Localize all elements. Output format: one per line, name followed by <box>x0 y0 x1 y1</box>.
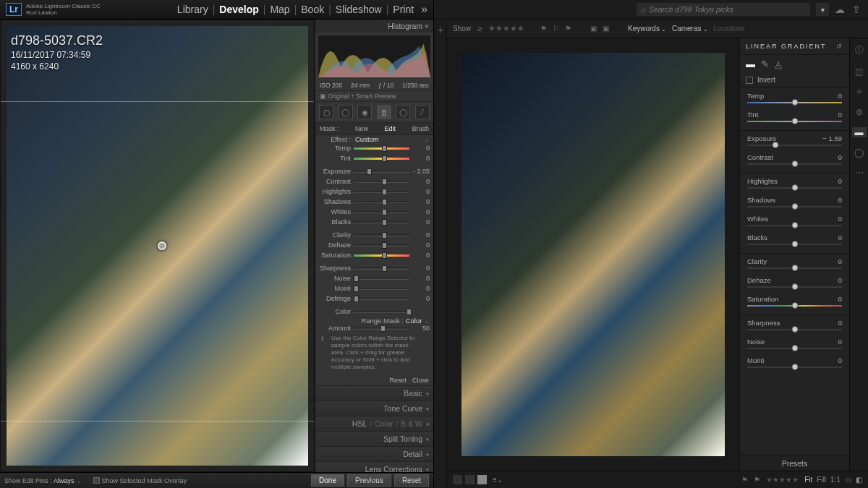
slider-tint[interactable]: Tint0 <box>740 109 849 128</box>
slider-shadows[interactable]: Shadows0 <box>740 194 849 213</box>
slider-blacks[interactable]: Blacks0 <box>315 217 433 227</box>
slider-highlights[interactable]: Highlights0 <box>740 176 849 194</box>
cameras-dropdown[interactable]: Cameras⌄ <box>672 25 708 33</box>
presets-button[interactable]: Presets <box>740 455 849 471</box>
reset-button[interactable]: Reset <box>394 474 429 487</box>
slider-clarity[interactable]: Clarity0 <box>315 230 433 240</box>
linear-gradient-icon[interactable]: ▬ <box>746 59 755 69</box>
panel-toggle-icon[interactable]: ◧ <box>856 476 862 484</box>
share-icon[interactable]: ⇪ <box>852 4 861 15</box>
grid-small-icon[interactable] <box>453 475 462 484</box>
spot-tool-icon[interactable]: ◯ <box>339 105 353 119</box>
more-icon[interactable]: ⋯ <box>855 168 864 178</box>
reject-icon[interactable]: ⚑ <box>754 476 760 484</box>
module-more-icon[interactable]: » <box>418 3 427 16</box>
slider-sharpness[interactable]: Sharpness0 <box>315 263 433 273</box>
slider-dehaze[interactable]: Dehaze0 <box>740 275 849 294</box>
effect-row[interactable]: Effect : Custom ⌄ <box>315 135 433 143</box>
module-map[interactable]: Map <box>265 4 294 15</box>
slider-noise[interactable]: Noise0 <box>740 336 849 355</box>
brush-icon[interactable]: ✎ <box>761 59 769 69</box>
brush-tool-icon[interactable]: ∕ <box>415 105 430 119</box>
zoom-1to1[interactable]: 1:1 <box>830 476 841 484</box>
slider-shadows[interactable]: Shadows0 <box>315 197 433 207</box>
mask-brush[interactable]: Brush <box>412 125 429 132</box>
sort-icon[interactable]: ≡⌄ <box>493 476 503 484</box>
mask-edit[interactable]: Edit <box>384 125 396 132</box>
slider-temp[interactable]: Temp0 <box>315 143 433 153</box>
rating-stars[interactable]: ★★★★★ <box>766 476 799 484</box>
zoom-fit[interactable]: Fit <box>804 476 812 484</box>
mask-reset[interactable]: Reset <box>389 377 407 384</box>
mask-new[interactable]: New <box>355 125 368 132</box>
add-photos-icon[interactable]: ＋ <box>435 24 446 488</box>
slider-contrast[interactable]: Contrast0 <box>315 176 433 187</box>
slider-blacks[interactable]: Blacks0 <box>740 232 849 251</box>
graduated-filter-icon[interactable]: ▯ <box>377 105 391 119</box>
slider-whites[interactable]: Whites0 <box>315 207 433 217</box>
module-print[interactable]: Print <box>388 4 418 15</box>
linear-gradient-tool-icon[interactable]: ▬ <box>852 127 867 137</box>
module-library[interactable]: Library <box>173 4 213 15</box>
heal-icon[interactable]: ✧ <box>856 87 863 97</box>
sync-title-icon[interactable]: ⓘ <box>855 44 864 56</box>
slider-saturation[interactable]: Saturation0 <box>315 250 433 260</box>
invert-row[interactable]: Invert <box>740 73 849 87</box>
section-hsl[interactable]: HSL/Color/B & W◂ <box>315 416 433 431</box>
panel-reset-icon[interactable]: ↺ <box>836 43 843 50</box>
filmstrip-icon[interactable]: ▭ <box>845 476 851 484</box>
slider-temp[interactable]: Temp0 <box>740 90 849 109</box>
locations-dropdown[interactable]: Locations <box>714 25 745 33</box>
slider-color[interactable]: Color <box>315 307 433 317</box>
slider-noise[interactable]: Noise0 <box>315 273 433 283</box>
slider-exposure[interactable]: Exposure− 1.59 <box>740 133 849 152</box>
zoom-fill[interactable]: Fill <box>817 476 826 484</box>
flag-reject-icon[interactable]: ⚑ <box>565 25 571 33</box>
slider-exposure[interactable]: Exposure- 2.05 <box>315 166 433 176</box>
compare-icon[interactable]: ▣ <box>590 25 597 33</box>
redeye-tool-icon[interactable]: ◉ <box>357 105 372 119</box>
flag-icon[interactable]: ⚑ <box>741 476 748 484</box>
slider-contrast[interactable]: Contrast0 <box>740 152 849 171</box>
lrc-canvas[interactable]: d798-5037.CR2 16/11/2017 07:34:59 4160 x… <box>0 20 315 472</box>
slider-moiré[interactable]: Moiré0 <box>315 283 433 294</box>
single-view-icon[interactable] <box>477 475 487 484</box>
slider-defringe[interactable]: Defringe0 <box>315 294 433 304</box>
pins-mode-dropdown[interactable]: Always <box>54 477 75 484</box>
adjustment-pin[interactable] <box>158 241 166 250</box>
search-field[interactable]: ⌕ Search d798 Tokyo picks <box>637 3 810 16</box>
section-basic[interactable]: Basic◂ <box>315 385 433 401</box>
slider-dehaze[interactable]: Dehaze0 <box>315 240 433 250</box>
slider-whites[interactable]: Whites0 <box>740 213 849 232</box>
cloud-sync-icon[interactable]: ☁ <box>835 4 845 15</box>
brush-icon[interactable]: ⊚ <box>856 107 863 117</box>
slider-clarity[interactable]: Clarity0 <box>740 256 849 275</box>
mask-close[interactable]: Close <box>412 377 429 384</box>
previous-button[interactable]: Previous <box>347 474 391 487</box>
radial-filter-icon[interactable]: ◯ <box>396 105 410 119</box>
slider-saturation[interactable]: Saturation0 <box>740 294 849 312</box>
eraser-icon[interactable]: ◬ <box>775 59 782 69</box>
section-split-toning[interactable]: Split Toning◂ <box>315 431 433 446</box>
overlay-checkbox[interactable] <box>93 477 100 484</box>
slider-moiré[interactable]: Moiré0 <box>740 355 849 374</box>
compare2-icon[interactable]: ▣ <box>603 25 609 33</box>
module-slideshow[interactable]: Slideshow <box>331 4 386 15</box>
section-detail[interactable]: Detail◂ <box>315 446 433 461</box>
flag-unflagged-icon[interactable]: ⚐ <box>553 25 559 33</box>
slider-highlights[interactable]: Highlights0 <box>315 187 433 197</box>
slider-sharpness[interactable]: Sharpness0 <box>740 317 849 336</box>
grid-large-icon[interactable] <box>465 475 475 484</box>
section-tone-curve[interactable]: Tone Curve◂ <box>315 401 433 416</box>
done-button[interactable]: Done <box>311 474 344 487</box>
keywords-dropdown[interactable]: Keywords⌄ <box>628 25 666 33</box>
flag-pick-icon[interactable]: ⚑ <box>540 25 547 33</box>
crop-tool-icon[interactable]: ▢ <box>319 105 333 119</box>
rating-filter[interactable]: ★★★★★ <box>488 24 524 33</box>
histogram-header[interactable]: Histogram ▾ <box>315 20 433 33</box>
filter-icon[interactable]: ▾ <box>816 3 829 16</box>
lrcc-canvas[interactable] <box>447 38 739 471</box>
amount-row[interactable]: Amount50 <box>315 325 433 332</box>
range-mask-row[interactable]: Range Mask : Color ⌄ <box>315 317 433 325</box>
slider-tint[interactable]: Tint0 <box>315 153 433 163</box>
